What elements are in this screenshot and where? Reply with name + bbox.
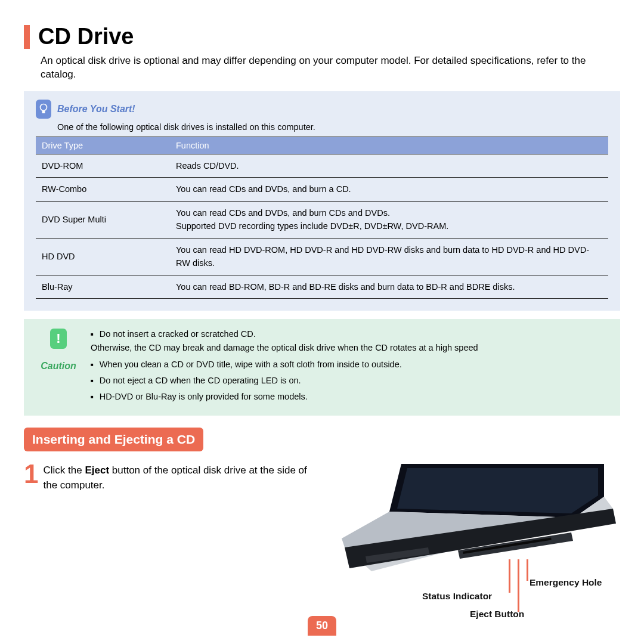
list-item: Do not eject a CD when the CD operating … xyxy=(91,374,478,388)
step-1: 1 Click the Eject button of the optical … xyxy=(24,461,322,628)
lightbulb-icon xyxy=(36,100,51,119)
caution-box: ! Caution Do not insert a cracked or scr… xyxy=(24,319,620,416)
table-row: HD DVDYou can read HD DVD-ROM, HD DVD-R … xyxy=(36,238,608,275)
info-heading: Before You Start! xyxy=(57,104,135,114)
cell-drive-type: Blu-Ray xyxy=(36,275,170,298)
step-number: 1 xyxy=(24,461,38,628)
step-text-bold: Eject xyxy=(85,465,109,476)
intro-text: An optical disk drive is optional and ma… xyxy=(41,54,620,82)
info-subtext: One of the following optical disk drives… xyxy=(57,122,608,132)
leader-line xyxy=(518,559,519,612)
svg-point-0 xyxy=(41,104,47,110)
cell-function: Reads CD/DVD. xyxy=(170,154,608,177)
page-title-row: CD Drive xyxy=(24,24,620,49)
list-item: Do not insert a cracked or scratched CD.… xyxy=(91,327,478,355)
caution-label: Caution xyxy=(41,361,76,371)
list-item: When you clean a CD or DVD title, wipe w… xyxy=(91,358,478,371)
table-row: DVD Super MultiYou can read CDs and DVDs… xyxy=(36,201,608,238)
page-number: 50 xyxy=(308,616,336,636)
cell-drive-type: HD DVD xyxy=(36,238,170,275)
cell-drive-type: DVD-ROM xyxy=(36,154,170,177)
section-heading: Inserting and Ejecting a CD xyxy=(24,428,203,451)
drive-table: Drive Type Function DVD-ROMReads CD/DVD.… xyxy=(36,137,608,299)
cell-function: You can read CDs and DVDs, and burn a CD… xyxy=(170,178,608,201)
cell-drive-type: DVD Super Multi xyxy=(36,201,170,238)
table-row: Blu-RayYou can read BD-ROM, BD-R and BD-… xyxy=(36,275,608,298)
title-accent-bar xyxy=(24,25,30,49)
callout-status-indicator: Status Indicator xyxy=(422,591,492,602)
table-row: RW-ComboYou can read CDs and DVDs, and b… xyxy=(36,178,608,201)
exclamation-icon: ! xyxy=(50,329,67,349)
leader-line xyxy=(509,559,510,593)
callout-eject-button: Eject Button xyxy=(470,609,524,620)
svg-rect-1 xyxy=(42,111,45,113)
laptop-illustration: Status Indicator Emergency Hole Eject Bu… xyxy=(333,461,619,628)
table-row: DVD-ROMReads CD/DVD. xyxy=(36,154,608,177)
cell-drive-type: RW-Combo xyxy=(36,178,170,201)
callout-emergency-hole: Emergency Hole xyxy=(530,577,602,588)
caution-list: Do not insert a cracked or scratched CD.… xyxy=(91,327,478,406)
cell-function: You can read BD-ROM, BD-R and BD-RE disk… xyxy=(170,275,608,298)
step-text: Click the Eject button of the optical di… xyxy=(43,461,322,628)
step-text-pre: Click the xyxy=(43,465,85,476)
cell-function: You can read CDs and DVDs, and burn CDs … xyxy=(170,201,608,238)
cell-function: You can read HD DVD-ROM, HD DVD-R and HD… xyxy=(170,238,608,275)
col-drive-type: Drive Type xyxy=(36,137,170,154)
leader-line xyxy=(527,559,528,581)
page-title: CD Drive xyxy=(38,24,134,49)
list-item: HD-DVD or Blu-Ray is only provided for s… xyxy=(91,390,478,404)
col-function: Function xyxy=(170,137,608,154)
before-you-start-box: Before You Start! One of the following o… xyxy=(24,91,620,311)
